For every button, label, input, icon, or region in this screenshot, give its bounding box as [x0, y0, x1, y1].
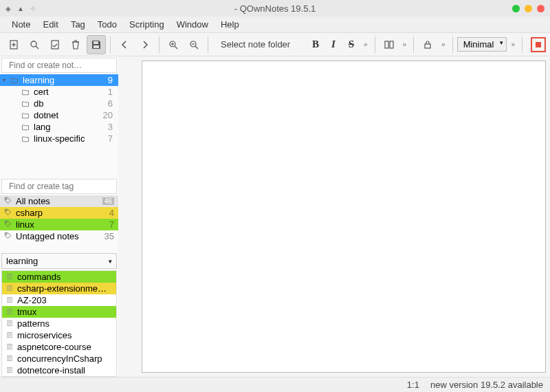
note-icon — [6, 330, 14, 340]
new-note-button[interactable] — [4, 35, 23, 54]
grid-icon[interactable]: ⁘ — [29, 4, 37, 12]
strike-button[interactable]: S — [343, 36, 360, 54]
italic-button[interactable]: I — [325, 36, 342, 54]
menu-scripting[interactable]: Scripting — [123, 17, 170, 32]
folder-row-db[interactable]: db6 — [0, 98, 118, 109]
folder-row-lang[interactable]: lang3 — [0, 121, 118, 133]
main-area: ▾learning9cert1db6dotnet20lang3linux-spe… — [0, 56, 550, 377]
zoom-out-button[interactable] — [184, 35, 204, 54]
note-row[interactable]: AZ-203 — [2, 294, 116, 306]
svg-point-25 — [6, 210, 7, 211]
note-row[interactable]: csharp-extensionme… — [2, 283, 116, 294]
note-folder-select[interactable]: Select note folder — [212, 39, 298, 50]
tag-search[interactable] — [1, 179, 117, 194]
more-format-icon[interactable]: » — [361, 41, 371, 48]
folder-icon — [21, 123, 30, 131]
menu-window[interactable]: Window — [170, 17, 214, 32]
svg-rect-9 — [94, 45, 99, 48]
tag-row-linux[interactable]: linux7 — [0, 219, 118, 230]
folder-icon — [10, 76, 19, 85]
search-button[interactable] — [25, 35, 44, 54]
titlebar-left-icons: ◈ ▲ ⁘ — [4, 4, 37, 12]
workspace-select[interactable]: Minimal — [457, 37, 507, 52]
note-editor[interactable] — [142, 61, 546, 373]
note-row[interactable]: dotnetcore-install — [2, 364, 116, 376]
distraction-free-button[interactable] — [531, 37, 546, 52]
svg-rect-5 — [52, 41, 58, 49]
statusbar: 1:1 new version 19.5.2 available — [0, 377, 550, 392]
separator — [208, 36, 208, 53]
panel-button[interactable] — [380, 35, 399, 54]
separator — [413, 36, 414, 53]
tag-icon — [4, 231, 14, 241]
folder-tree: ▾learning9cert1db6dotnet20lang3linux-spe… — [0, 74, 118, 144]
note-row[interactable]: concurrencyInCsharp — [2, 353, 116, 364]
save-button[interactable] — [87, 35, 106, 54]
folder-row-linux-specific[interactable]: linux-specific7 — [0, 133, 118, 144]
folder-row-cert[interactable]: cert1 — [0, 86, 118, 98]
note-row[interactable]: commands — [2, 271, 116, 283]
tag-icon — [4, 219, 14, 230]
minimize-button[interactable] — [512, 5, 520, 12]
separator — [375, 36, 375, 53]
tag-row-csharp[interactable]: csharp4 — [0, 207, 118, 219]
separator — [522, 36, 522, 53]
separator — [159, 36, 160, 53]
folder-search[interactable] — [1, 58, 117, 73]
folder-icon — [21, 100, 30, 108]
note-row[interactable]: patterns — [2, 318, 116, 329]
note-row[interactable]: microservices — [2, 329, 116, 341]
menu-tag[interactable]: Tag — [65, 17, 91, 32]
subfolder-select[interactable]: learning▾ — [1, 253, 117, 269]
note-row[interactable]: aspnetcore-course — [2, 341, 116, 353]
svg-point-24 — [6, 199, 7, 199]
svg-line-11 — [175, 46, 177, 49]
notes-list: commandscsharp-extensionme…AZ-203tmuxpat… — [1, 270, 117, 377]
svg-line-15 — [195, 46, 198, 49]
svg-point-27 — [6, 234, 7, 235]
folder-search-input[interactable] — [9, 61, 112, 70]
svg-rect-19 — [425, 44, 430, 48]
maximize-button[interactable] — [525, 5, 532, 12]
editor-area — [118, 56, 550, 377]
close-button[interactable] — [537, 5, 544, 12]
back-button[interactable] — [115, 35, 134, 54]
tag-icon — [4, 208, 14, 218]
svg-rect-17 — [385, 41, 388, 48]
separator — [110, 36, 111, 53]
note-icon — [6, 365, 14, 375]
folder-icon — [21, 135, 30, 143]
titlebar: ◈ ▲ ⁘ - QOwnNotes 19.5.1 — [0, 0, 550, 17]
menu-help[interactable]: Help — [214, 17, 245, 32]
folder-icon — [21, 111, 30, 120]
menu-todo[interactable]: Todo — [91, 17, 123, 32]
folder-row-learning[interactable]: ▾learning9 — [0, 74, 118, 86]
tag-row-untagged-notes[interactable]: Untagged notes35 — [0, 230, 118, 242]
more-panel-icon[interactable]: » — [400, 41, 410, 48]
forward-button[interactable] — [135, 35, 155, 54]
sidebar: ▾learning9cert1db6dotnet20lang3linux-spe… — [0, 56, 118, 377]
folder-icon — [21, 88, 30, 96]
menubar: Note Edit Tag Todo Scripting Window Help — [0, 17, 550, 33]
svg-rect-18 — [390, 41, 393, 48]
update-notice[interactable]: new version 19.5.2 available — [430, 380, 543, 390]
menu-note[interactable]: Note — [6, 17, 36, 32]
tag-list: All notes46csharp4linux7Untagged notes35 — [0, 195, 118, 242]
more-lock-icon[interactable]: » — [439, 41, 448, 48]
up-icon[interactable]: ▲ — [16, 4, 25, 12]
more-workspace-icon[interactable]: » — [508, 41, 518, 48]
note-icon — [6, 353, 14, 364]
delete-button[interactable] — [66, 35, 85, 54]
tag-row-all-notes[interactable]: All notes46 — [0, 195, 118, 207]
lock-button[interactable] — [418, 35, 437, 54]
note-row[interactable]: tmux — [2, 306, 116, 318]
bold-button[interactable]: B — [307, 36, 324, 54]
window-controls — [512, 5, 544, 12]
note-icon — [6, 342, 14, 352]
zoom-in-button[interactable] — [164, 35, 183, 54]
edit-button[interactable] — [45, 35, 65, 54]
tag-search-input[interactable] — [9, 182, 112, 191]
folder-row-dotnet[interactable]: dotnet20 — [0, 109, 118, 121]
menu-edit[interactable]: Edit — [36, 17, 64, 32]
toolbar: Select note folder B I S » » » Minimal » — [0, 33, 550, 56]
